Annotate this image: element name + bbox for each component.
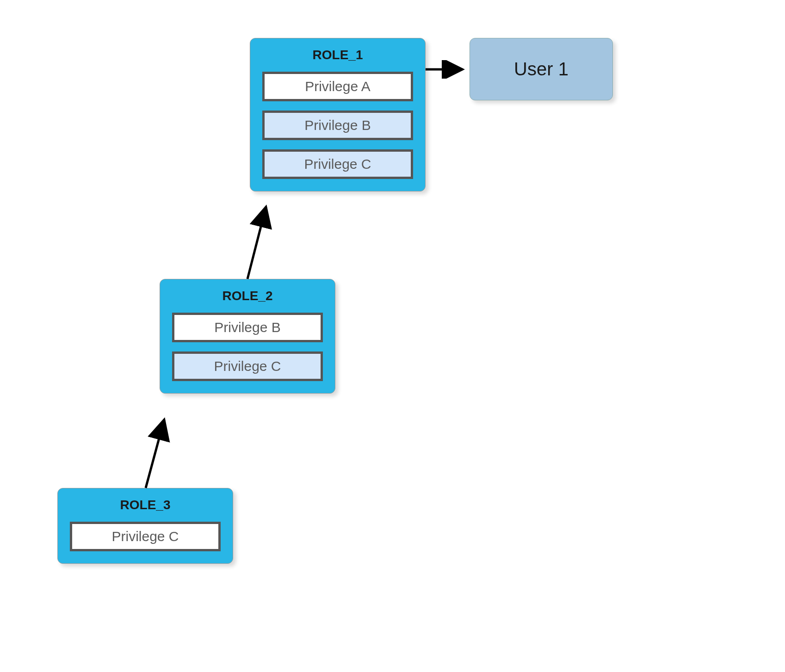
role-title: ROLE_3: [70, 498, 221, 512]
privilege-item: Privilege A: [262, 72, 413, 101]
user-box: User 1: [470, 38, 613, 100]
privilege-item: Privilege C: [172, 351, 323, 381]
privilege-item: Privilege C: [70, 522, 221, 551]
user-label: User 1: [514, 59, 569, 80]
arrow-role3-to-role2: [139, 414, 180, 490]
role-title: ROLE_1: [262, 48, 413, 62]
privilege-item: Privilege B: [262, 111, 413, 140]
role-box-role3: ROLE_3 Privilege C: [57, 488, 233, 564]
role-box-role2: ROLE_2 Privilege B Privilege C: [160, 279, 335, 394]
privilege-item: Privilege B: [172, 313, 323, 342]
role-title: ROLE_2: [172, 289, 323, 303]
arrow-role2-to-role1: [238, 201, 284, 280]
privilege-item: Privilege C: [262, 149, 413, 179]
svg-line-5: [146, 419, 164, 488]
arrow-role1-to-user: [426, 60, 470, 79]
role-box-role1: ROLE_1 Privilege A Privilege B Privilege…: [250, 38, 426, 191]
svg-line-3: [247, 207, 266, 279]
